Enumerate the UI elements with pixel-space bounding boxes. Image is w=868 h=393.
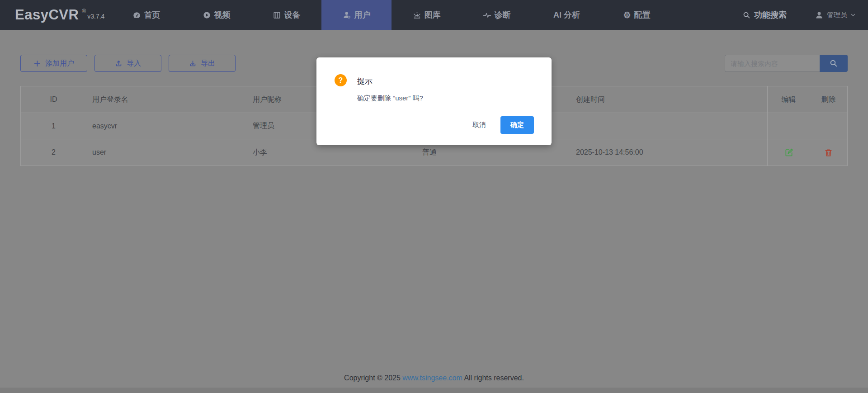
top-navbar: EasyCVR ® v3.7.4 首页 视频 设备 用户: [0, 0, 868, 30]
cell-delete: [810, 113, 847, 139]
edit-icon[interactable]: [784, 148, 793, 157]
header-login: 用户登录名: [86, 86, 247, 113]
import-button[interactable]: 导入: [94, 55, 161, 72]
cell-created: 2025-10-13 14:56:00: [570, 139, 767, 166]
download-icon: [189, 60, 197, 67]
search-button[interactable]: [820, 55, 848, 72]
footer: Copyright © 2025 www.tsingsee.com All ri…: [0, 374, 868, 382]
confirm-dialog: ? 提示 确定要删除 “user” 吗? 取消 确定: [316, 57, 552, 145]
function-search[interactable]: 功能搜索: [743, 0, 787, 30]
nav-item-diagnosis[interactable]: AI 分析 诊断: [462, 0, 532, 30]
nav-item-label: 配置: [634, 9, 651, 20]
search-input[interactable]: [725, 55, 820, 72]
copyright-text: Copyright © 2025: [344, 374, 402, 382]
cell-edit: [767, 113, 810, 139]
add-user-button[interactable]: 添加用户: [20, 55, 87, 72]
nav-item-label: 用户: [354, 9, 371, 20]
search-icon: [743, 11, 750, 19]
export-button[interactable]: 导出: [169, 55, 236, 72]
tsingsee-link[interactable]: www.tsingsee.com: [402, 374, 462, 382]
play-icon: [203, 11, 211, 19]
cell-login: user: [86, 139, 247, 166]
dialog-message: 确定要删除 “user” 吗?: [357, 94, 423, 103]
cell-delete: [810, 139, 847, 166]
nav-item-ai-analysis[interactable]: AI 分析: [532, 0, 602, 30]
rights-text: All rights reserved.: [462, 374, 524, 382]
export-label: 导出: [201, 59, 215, 68]
cell-edit: [767, 139, 810, 166]
avatar-icon: [815, 10, 824, 19]
header-edit: 编辑: [767, 86, 810, 113]
nav-item-users[interactable]: 用户: [321, 0, 392, 30]
confirm-button[interactable]: 确定: [500, 116, 534, 134]
bottom-strip: [0, 388, 868, 393]
account-menu[interactable]: 管理员: [815, 0, 856, 30]
account-name: 管理员: [827, 11, 847, 19]
nav-item-video[interactable]: 视频: [181, 0, 251, 30]
chevron-down-icon: [850, 12, 856, 18]
nav-item-label: AI 分析: [553, 9, 580, 20]
nav-item-home[interactable]: 首页: [111, 0, 181, 30]
dialog-title: 提示: [357, 76, 373, 86]
nav-item-gallery[interactable]: 图库: [392, 0, 462, 30]
nav-item-label: 图库: [425, 9, 441, 20]
device-icon: [273, 11, 281, 19]
diagnosis-icon: [483, 11, 491, 19]
brand-logo[interactable]: EasyCVR ® v3.7.4: [0, 0, 111, 30]
cell-id: 2: [21, 139, 86, 166]
nav-item-label: 首页: [144, 9, 160, 20]
nav-item-label: 视频: [214, 9, 231, 20]
header-delete: 删除: [810, 86, 847, 113]
brand-name: EasyCVR: [15, 7, 79, 23]
version-label: v3.7.4: [87, 13, 104, 20]
gallery-icon: [413, 11, 421, 19]
function-search-label: 功能搜索: [754, 9, 787, 20]
nav-item-config[interactable]: ⚙ 配置: [602, 0, 672, 30]
registered-mark: ®: [82, 8, 86, 14]
header-created: 创建时间: [570, 86, 767, 113]
trash-icon[interactable]: [824, 148, 833, 157]
dashboard-icon: [132, 11, 141, 19]
nav-item-label: 诊断: [495, 9, 511, 20]
nav-item-device[interactable]: 设备: [251, 0, 321, 30]
user-icon: [343, 11, 351, 19]
gear-icon: ⚙: [623, 11, 631, 19]
upload-icon: [115, 60, 123, 67]
search-icon: [830, 59, 838, 67]
nav-spacer: [672, 0, 743, 30]
nav-item-label: 设备: [284, 9, 301, 20]
cell-login: easycvr: [86, 113, 247, 139]
question-icon: ?: [335, 74, 347, 86]
table-search: [725, 55, 848, 72]
header-id: ID: [21, 86, 86, 113]
cell-created: [570, 113, 767, 139]
cancel-button[interactable]: 取消: [466, 116, 493, 134]
plus-icon: [33, 60, 41, 67]
add-user-label: 添加用户: [45, 59, 74, 68]
nav-menu: 首页 视频 设备 用户 图库: [111, 0, 672, 30]
import-label: 导入: [127, 59, 141, 68]
cell-id: 1: [21, 113, 86, 139]
